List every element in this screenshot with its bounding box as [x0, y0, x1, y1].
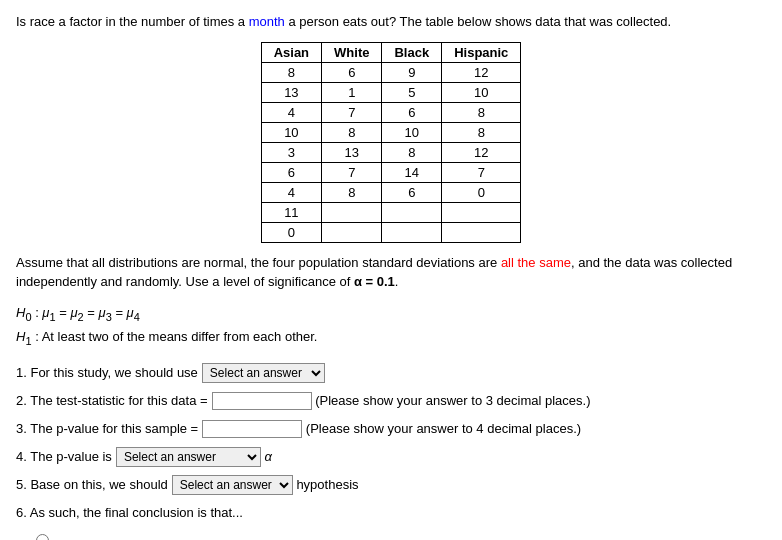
radio-row-1: There is insufficient evidence to suppor… — [36, 532, 766, 540]
q4-text: 4. The p-value is — [16, 444, 112, 470]
link-month: month — [249, 14, 285, 29]
table-row: 11 — [261, 202, 521, 222]
col-hispanic: Hispanic — [442, 42, 521, 62]
q5-select[interactable]: Select an answer reject fail to reject — [172, 475, 293, 495]
data-table: Asian White Black Hispanic 8691213151047… — [261, 42, 522, 243]
table-cell: 4 — [261, 182, 321, 202]
table-row: 4860 — [261, 182, 521, 202]
intro-table-text: The table below shows data that was coll… — [400, 14, 672, 29]
col-white: White — [322, 42, 382, 62]
table-cell: 10 — [382, 122, 442, 142]
hypotheses-block: H0 : μ1 = μ2 = μ3 = μ4 H1 : At least two… — [16, 302, 766, 351]
table-cell — [322, 222, 382, 242]
table-cell: 5 — [382, 82, 442, 102]
q5-suffix: hypothesis — [293, 472, 359, 498]
table-row: 86912 — [261, 62, 521, 82]
highlight-all-same: all the same — [501, 255, 571, 270]
radio-insufficient-label: There is insufficient evidence to suppor… — [55, 532, 738, 540]
question-6: 6. As such, the final conclusion is that… — [16, 500, 766, 526]
table-cell: 7 — [322, 102, 382, 122]
q1-number: 1. For this study, we should use — [16, 360, 198, 386]
table-row: 131510 — [261, 82, 521, 102]
table-cell — [322, 202, 382, 222]
col-black: Black — [382, 42, 442, 62]
table-cell: 1 — [322, 82, 382, 102]
alpha-value: α = 0.1 — [354, 274, 395, 289]
table-cell: 8 — [322, 182, 382, 202]
table-cell — [382, 202, 442, 222]
table-cell: 8 — [442, 102, 521, 122]
question-3: 3. The p-value for this sample = (Please… — [16, 416, 766, 442]
table-cell: 6 — [322, 62, 382, 82]
q1-select[interactable]: Select an answer One-Way ANOVA Two-Way A… — [202, 363, 325, 383]
table-cell: 0 — [261, 222, 321, 242]
question-2: 2. The test-statistic for this data = (P… — [16, 388, 766, 414]
table-cell: 3 — [261, 142, 321, 162]
q2-input[interactable] — [212, 392, 312, 410]
table-cell: 7 — [322, 162, 382, 182]
table-cell: 9 — [382, 62, 442, 82]
table-cell: 8 — [261, 62, 321, 82]
table-cell: 13 — [261, 82, 321, 102]
radio-insufficient[interactable] — [36, 534, 49, 540]
table-cell: 10 — [442, 82, 521, 102]
data-table-container: Asian White Black Hispanic 8691213151047… — [16, 42, 766, 243]
assume-paragraph: Assume that all distributions are normal… — [16, 253, 766, 292]
table-row: 108108 — [261, 122, 521, 142]
table-row: 313812 — [261, 142, 521, 162]
table-cell: 8 — [442, 122, 521, 142]
table-row: 0 — [261, 222, 521, 242]
table-cell: 12 — [442, 142, 521, 162]
q4-alpha: α — [261, 444, 272, 470]
table-cell: 12 — [442, 62, 521, 82]
conclusion-radio-group: There is insufficient evidence to suppor… — [36, 532, 766, 540]
intro-paragraph: Is race a factor in the number of times … — [16, 12, 766, 32]
table-row: 67147 — [261, 162, 521, 182]
table-cell: 10 — [261, 122, 321, 142]
h1-label: H1 : At least two of the means differ fr… — [16, 326, 766, 350]
h0-label: H0 : μ1 = μ2 = μ3 = μ4 — [16, 302, 766, 326]
table-cell: 6 — [382, 182, 442, 202]
questions-block: 1. For this study, we should use Select … — [16, 360, 766, 540]
q6-text: 6. As such, the final conclusion is that… — [16, 500, 243, 526]
q4-select[interactable]: Select an answer less than (or equal to)… — [116, 447, 261, 467]
table-cell: 11 — [261, 202, 321, 222]
q3-input[interactable] — [202, 420, 302, 438]
table-cell: 0 — [442, 182, 521, 202]
table-cell: 13 — [322, 142, 382, 162]
q3-text: 3. The p-value for this sample = — [16, 416, 198, 442]
col-asian: Asian — [261, 42, 321, 62]
q3-suffix: (Please show your answer to 4 decimal pl… — [302, 416, 581, 442]
table-cell — [442, 222, 521, 242]
q2-suffix: (Please show your answer to 3 decimal pl… — [312, 388, 591, 414]
table-cell: 8 — [382, 142, 442, 162]
table-cell: 8 — [322, 122, 382, 142]
table-cell: 6 — [261, 162, 321, 182]
table-cell — [442, 202, 521, 222]
table-row: 4768 — [261, 102, 521, 122]
table-cell: 14 — [382, 162, 442, 182]
q2-text: 2. The test-statistic for this data = — [16, 388, 208, 414]
question-4: 4. The p-value is Select an answer less … — [16, 444, 766, 470]
table-cell: 6 — [382, 102, 442, 122]
table-cell: 4 — [261, 102, 321, 122]
table-cell: 7 — [442, 162, 521, 182]
question-1: 1. For this study, we should use Select … — [16, 360, 766, 386]
q5-text: 5. Base on this, we should — [16, 472, 168, 498]
question-5: 5. Base on this, we should Select an ans… — [16, 472, 766, 498]
table-cell — [382, 222, 442, 242]
